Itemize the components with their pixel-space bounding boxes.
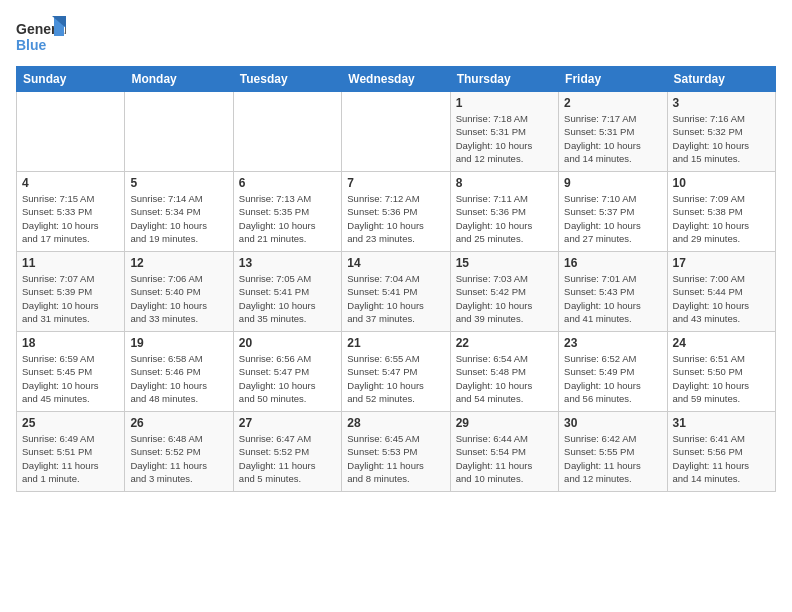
day-number: 31 bbox=[673, 416, 770, 430]
weekday-header: Tuesday bbox=[233, 67, 341, 92]
calendar-table: SundayMondayTuesdayWednesdayThursdayFrid… bbox=[16, 66, 776, 492]
day-number: 22 bbox=[456, 336, 553, 350]
calendar-cell: 15Sunrise: 7:03 AMSunset: 5:42 PMDayligh… bbox=[450, 252, 558, 332]
calendar-cell: 1Sunrise: 7:18 AMSunset: 5:31 PMDaylight… bbox=[450, 92, 558, 172]
day-info: Sunrise: 7:00 AMSunset: 5:44 PMDaylight:… bbox=[673, 272, 770, 325]
calendar-cell: 18Sunrise: 6:59 AMSunset: 5:45 PMDayligh… bbox=[17, 332, 125, 412]
calendar-cell: 23Sunrise: 6:52 AMSunset: 5:49 PMDayligh… bbox=[559, 332, 667, 412]
day-number: 8 bbox=[456, 176, 553, 190]
day-info: Sunrise: 6:49 AMSunset: 5:51 PMDaylight:… bbox=[22, 432, 119, 485]
calendar-week-row: 11Sunrise: 7:07 AMSunset: 5:39 PMDayligh… bbox=[17, 252, 776, 332]
calendar-cell: 20Sunrise: 6:56 AMSunset: 5:47 PMDayligh… bbox=[233, 332, 341, 412]
day-info: Sunrise: 6:41 AMSunset: 5:56 PMDaylight:… bbox=[673, 432, 770, 485]
calendar-cell: 24Sunrise: 6:51 AMSunset: 5:50 PMDayligh… bbox=[667, 332, 775, 412]
calendar-cell: 31Sunrise: 6:41 AMSunset: 5:56 PMDayligh… bbox=[667, 412, 775, 492]
calendar-cell: 19Sunrise: 6:58 AMSunset: 5:46 PMDayligh… bbox=[125, 332, 233, 412]
calendar-cell bbox=[342, 92, 450, 172]
day-number: 5 bbox=[130, 176, 227, 190]
weekday-header: Saturday bbox=[667, 67, 775, 92]
calendar-cell: 9Sunrise: 7:10 AMSunset: 5:37 PMDaylight… bbox=[559, 172, 667, 252]
day-number: 19 bbox=[130, 336, 227, 350]
day-number: 26 bbox=[130, 416, 227, 430]
day-info: Sunrise: 6:56 AMSunset: 5:47 PMDaylight:… bbox=[239, 352, 336, 405]
day-info: Sunrise: 7:16 AMSunset: 5:32 PMDaylight:… bbox=[673, 112, 770, 165]
day-number: 2 bbox=[564, 96, 661, 110]
logo-svg: GeneralBlue bbox=[16, 16, 66, 56]
calendar-cell: 13Sunrise: 7:05 AMSunset: 5:41 PMDayligh… bbox=[233, 252, 341, 332]
day-info: Sunrise: 7:07 AMSunset: 5:39 PMDaylight:… bbox=[22, 272, 119, 325]
day-info: Sunrise: 7:11 AMSunset: 5:36 PMDaylight:… bbox=[456, 192, 553, 245]
day-number: 4 bbox=[22, 176, 119, 190]
day-number: 20 bbox=[239, 336, 336, 350]
day-number: 30 bbox=[564, 416, 661, 430]
day-number: 23 bbox=[564, 336, 661, 350]
day-number: 15 bbox=[456, 256, 553, 270]
calendar-cell bbox=[233, 92, 341, 172]
day-info: Sunrise: 6:55 AMSunset: 5:47 PMDaylight:… bbox=[347, 352, 444, 405]
calendar-cell: 11Sunrise: 7:07 AMSunset: 5:39 PMDayligh… bbox=[17, 252, 125, 332]
day-number: 28 bbox=[347, 416, 444, 430]
day-info: Sunrise: 6:47 AMSunset: 5:52 PMDaylight:… bbox=[239, 432, 336, 485]
day-info: Sunrise: 6:45 AMSunset: 5:53 PMDaylight:… bbox=[347, 432, 444, 485]
day-info: Sunrise: 6:59 AMSunset: 5:45 PMDaylight:… bbox=[22, 352, 119, 405]
day-number: 6 bbox=[239, 176, 336, 190]
calendar-cell: 25Sunrise: 6:49 AMSunset: 5:51 PMDayligh… bbox=[17, 412, 125, 492]
day-info: Sunrise: 7:01 AMSunset: 5:43 PMDaylight:… bbox=[564, 272, 661, 325]
day-info: Sunrise: 7:15 AMSunset: 5:33 PMDaylight:… bbox=[22, 192, 119, 245]
day-number: 27 bbox=[239, 416, 336, 430]
day-number: 17 bbox=[673, 256, 770, 270]
calendar-cell: 17Sunrise: 7:00 AMSunset: 5:44 PMDayligh… bbox=[667, 252, 775, 332]
day-number: 14 bbox=[347, 256, 444, 270]
calendar-cell: 14Sunrise: 7:04 AMSunset: 5:41 PMDayligh… bbox=[342, 252, 450, 332]
day-number: 16 bbox=[564, 256, 661, 270]
day-number: 18 bbox=[22, 336, 119, 350]
calendar-cell: 4Sunrise: 7:15 AMSunset: 5:33 PMDaylight… bbox=[17, 172, 125, 252]
day-info: Sunrise: 6:48 AMSunset: 5:52 PMDaylight:… bbox=[130, 432, 227, 485]
weekday-header: Sunday bbox=[17, 67, 125, 92]
calendar-cell: 5Sunrise: 7:14 AMSunset: 5:34 PMDaylight… bbox=[125, 172, 233, 252]
day-info: Sunrise: 7:06 AMSunset: 5:40 PMDaylight:… bbox=[130, 272, 227, 325]
day-number: 1 bbox=[456, 96, 553, 110]
calendar-cell: 30Sunrise: 6:42 AMSunset: 5:55 PMDayligh… bbox=[559, 412, 667, 492]
day-info: Sunrise: 7:03 AMSunset: 5:42 PMDaylight:… bbox=[456, 272, 553, 325]
weekday-header: Friday bbox=[559, 67, 667, 92]
day-number: 24 bbox=[673, 336, 770, 350]
calendar-week-row: 1Sunrise: 7:18 AMSunset: 5:31 PMDaylight… bbox=[17, 92, 776, 172]
calendar-cell: 10Sunrise: 7:09 AMSunset: 5:38 PMDayligh… bbox=[667, 172, 775, 252]
day-info: Sunrise: 6:52 AMSunset: 5:49 PMDaylight:… bbox=[564, 352, 661, 405]
day-number: 7 bbox=[347, 176, 444, 190]
calendar-cell: 28Sunrise: 6:45 AMSunset: 5:53 PMDayligh… bbox=[342, 412, 450, 492]
page-header: GeneralBlue bbox=[16, 16, 776, 56]
calendar-cell: 22Sunrise: 6:54 AMSunset: 5:48 PMDayligh… bbox=[450, 332, 558, 412]
day-info: Sunrise: 6:54 AMSunset: 5:48 PMDaylight:… bbox=[456, 352, 553, 405]
calendar-cell: 27Sunrise: 6:47 AMSunset: 5:52 PMDayligh… bbox=[233, 412, 341, 492]
day-info: Sunrise: 6:58 AMSunset: 5:46 PMDaylight:… bbox=[130, 352, 227, 405]
day-info: Sunrise: 7:10 AMSunset: 5:37 PMDaylight:… bbox=[564, 192, 661, 245]
logo: GeneralBlue bbox=[16, 16, 66, 56]
day-number: 29 bbox=[456, 416, 553, 430]
day-info: Sunrise: 6:51 AMSunset: 5:50 PMDaylight:… bbox=[673, 352, 770, 405]
day-info: Sunrise: 7:09 AMSunset: 5:38 PMDaylight:… bbox=[673, 192, 770, 245]
day-number: 9 bbox=[564, 176, 661, 190]
day-info: Sunrise: 6:44 AMSunset: 5:54 PMDaylight:… bbox=[456, 432, 553, 485]
day-info: Sunrise: 7:17 AMSunset: 5:31 PMDaylight:… bbox=[564, 112, 661, 165]
calendar-cell: 3Sunrise: 7:16 AMSunset: 5:32 PMDaylight… bbox=[667, 92, 775, 172]
day-info: Sunrise: 7:18 AMSunset: 5:31 PMDaylight:… bbox=[456, 112, 553, 165]
day-number: 25 bbox=[22, 416, 119, 430]
svg-text:Blue: Blue bbox=[16, 37, 47, 53]
calendar-cell: 21Sunrise: 6:55 AMSunset: 5:47 PMDayligh… bbox=[342, 332, 450, 412]
calendar-cell: 8Sunrise: 7:11 AMSunset: 5:36 PMDaylight… bbox=[450, 172, 558, 252]
weekday-header: Monday bbox=[125, 67, 233, 92]
calendar-cell: 7Sunrise: 7:12 AMSunset: 5:36 PMDaylight… bbox=[342, 172, 450, 252]
day-info: Sunrise: 6:42 AMSunset: 5:55 PMDaylight:… bbox=[564, 432, 661, 485]
weekday-header: Thursday bbox=[450, 67, 558, 92]
calendar-week-row: 25Sunrise: 6:49 AMSunset: 5:51 PMDayligh… bbox=[17, 412, 776, 492]
day-info: Sunrise: 7:13 AMSunset: 5:35 PMDaylight:… bbox=[239, 192, 336, 245]
calendar-week-row: 4Sunrise: 7:15 AMSunset: 5:33 PMDaylight… bbox=[17, 172, 776, 252]
weekday-header: Wednesday bbox=[342, 67, 450, 92]
calendar-cell: 26Sunrise: 6:48 AMSunset: 5:52 PMDayligh… bbox=[125, 412, 233, 492]
calendar-week-row: 18Sunrise: 6:59 AMSunset: 5:45 PMDayligh… bbox=[17, 332, 776, 412]
calendar-cell: 2Sunrise: 7:17 AMSunset: 5:31 PMDaylight… bbox=[559, 92, 667, 172]
day-info: Sunrise: 7:12 AMSunset: 5:36 PMDaylight:… bbox=[347, 192, 444, 245]
calendar-cell: 16Sunrise: 7:01 AMSunset: 5:43 PMDayligh… bbox=[559, 252, 667, 332]
